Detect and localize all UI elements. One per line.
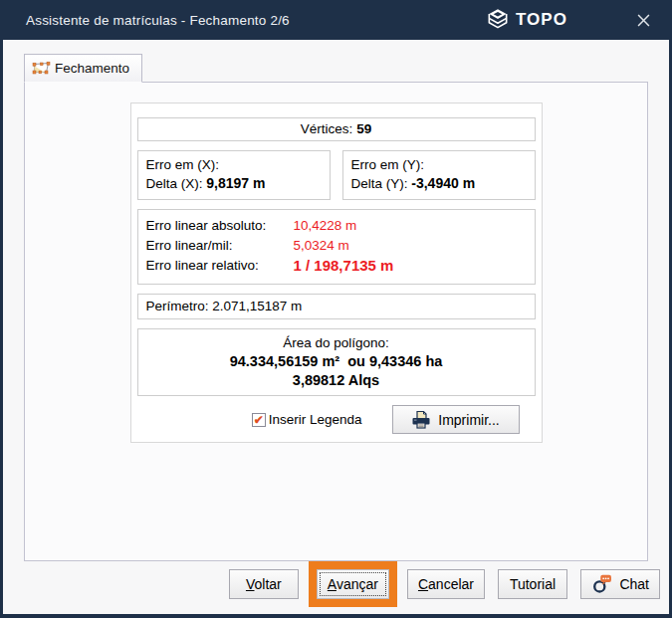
inserir-legenda-label: Inserir Legenda: [269, 412, 362, 427]
area-title: Área do polígono:: [140, 333, 533, 352]
topo-cube-icon: [485, 7, 511, 33]
printer-icon: [411, 410, 431, 430]
perimeter-box: Perímetro: 2.071,15187 m: [137, 294, 536, 319]
cancelar-button[interactable]: Cancelar: [407, 569, 485, 599]
delta-y-value: -3,4940 m: [411, 175, 475, 191]
imprimir-label: Imprimir...: [438, 412, 499, 428]
close-button[interactable]: [630, 0, 656, 40]
erro-x-title: Erro em (X):: [146, 155, 322, 174]
closure-summary-container: Vértices: 59 Erro em (X): Delta (X): 9,8…: [130, 103, 543, 443]
linear-error-row: Erro linear/mil: 5,0324 m: [146, 236, 527, 256]
linear-error-box: Erro linear absoluto: 10,4228 m Erro lin…: [137, 209, 536, 285]
erro-x-box: Erro em (X): Delta (X): 9,8197 m: [137, 150, 331, 200]
erro-relativo-label: Erro linear relativo:: [146, 256, 294, 276]
topo-logo: TOPO: [485, 0, 567, 40]
delta-x-value: 9,8197 m: [206, 175, 265, 191]
avancar-hotkey: A: [328, 576, 336, 592]
erro-absoluto-value: 10,4228 m: [294, 216, 357, 236]
linear-error-row: Erro linear absoluto: 10,4228 m: [146, 216, 527, 236]
chat-icon: [591, 573, 612, 595]
close-icon: [637, 14, 650, 27]
voltar-hotkey: V: [246, 576, 255, 592]
dialog-client-area: Fechamento Vértices: 59 Erro em (X): Del…: [3, 40, 669, 614]
avancar-highlight-annotation: Avançar: [309, 561, 397, 607]
erro-mil-value: 5,0324 m: [294, 236, 349, 256]
assistant-dialog-window: Assistente de matrículas - Fechamento 2/…: [0, 0, 672, 618]
titlebar: Assistente de matrículas - Fechamento 2/…: [0, 0, 672, 40]
erro-relativo-value: 1 / 198,7135 m: [294, 256, 394, 276]
window-title: Assistente de matrículas - Fechamento 2/…: [26, 13, 290, 28]
tutorial-label: Tutorial: [510, 576, 556, 592]
linear-error-row: Erro linear relativo: 1 / 198,7135 m: [146, 256, 527, 276]
chat-button[interactable]: Chat: [580, 569, 660, 599]
perimeter-value: 2.071,15187 m: [212, 299, 302, 313]
polygon-icon: [31, 61, 52, 76]
erro-absoluto-label: Erro linear absoluto:: [146, 216, 294, 236]
erro-y-box: Erro em (Y): Delta (Y): -3,4940 m: [342, 150, 536, 200]
delta-x-label: Delta (X):: [146, 176, 203, 191]
area-value-m2-ha: 94.334,56159 m² ou 9,43346 ha: [140, 352, 533, 371]
inserir-legenda-checkbox[interactable]: ✔ Inserir Legenda: [252, 412, 362, 427]
tab-fechamento-label: Fechamento: [55, 61, 129, 76]
erro-y-title: Erro em (Y):: [351, 155, 527, 174]
voltar-label: oltar: [255, 576, 282, 592]
erro-mil-label: Erro linear/mil:: [146, 236, 294, 256]
chat-label: Chat: [619, 576, 649, 592]
topo-logo-text: TOPO: [516, 10, 567, 30]
perimeter-label: Perímetro:: [146, 299, 209, 313]
vertices-value: 59: [356, 121, 371, 136]
vertices-box: Vértices: 59: [137, 117, 536, 141]
tab-fechamento[interactable]: Fechamento: [24, 54, 142, 83]
imprimir-button[interactable]: Imprimir...: [392, 405, 520, 434]
avancar-button[interactable]: Avançar: [317, 569, 389, 599]
cancelar-label: ancelar: [428, 576, 474, 592]
checkbox-check-icon[interactable]: ✔: [252, 413, 266, 427]
legend-print-row: ✔ Inserir Legenda Impri: [137, 405, 536, 434]
tutorial-button[interactable]: Tutorial: [498, 569, 567, 599]
area-box: Área do polígono: 94.334,56159 m² ou 9,4…: [137, 328, 536, 396]
voltar-button[interactable]: Voltar: [229, 569, 299, 599]
cancelar-hotkey: C: [418, 576, 428, 592]
delta-y-label: Delta (Y):: [351, 176, 408, 191]
avancar-label: vançar: [336, 576, 378, 592]
area-value-alqs: 3,89812 Alqs: [140, 371, 533, 390]
delta-row: Erro em (X): Delta (X): 9,8197 m Erro em…: [137, 150, 536, 200]
vertices-label: Vértices:: [301, 121, 353, 136]
fechamento-panel: Vértices: 59 Erro em (X): Delta (X): 9,8…: [24, 82, 648, 561]
wizard-button-row: Voltar Avançar Cancelar Tutorial: [229, 569, 660, 599]
